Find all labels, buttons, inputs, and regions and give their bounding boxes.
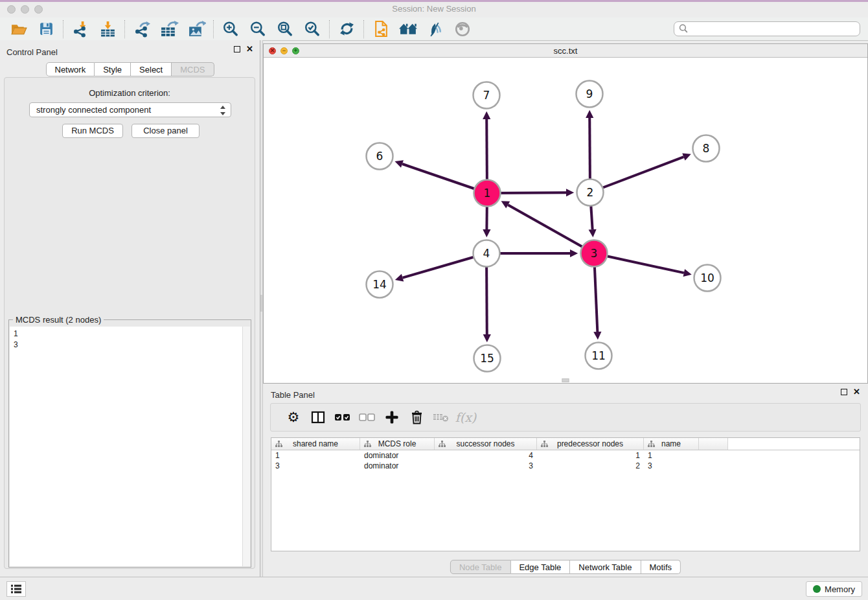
open-session-button[interactable]	[5, 19, 32, 40]
zoom-fit-button[interactable]	[271, 19, 299, 40]
edge-2-8[interactable]	[590, 157, 683, 192]
graph-node-3[interactable]: 3	[581, 240, 608, 267]
close-panel-button[interactable]: Close panel	[131, 124, 200, 138]
export-network-button[interactable]	[128, 19, 155, 40]
tab-select[interactable]: Select	[131, 62, 172, 76]
memory-button[interactable]: Memory	[806, 581, 862, 597]
mcds-result-group: MCDS result (2 nodes) 1 3	[8, 319, 251, 568]
new-network-from-file-button[interactable]	[367, 19, 394, 40]
zoom-out-button[interactable]	[244, 19, 271, 40]
zoom-in-icon	[222, 21, 239, 38]
graph-node-1[interactable]: 1	[474, 180, 501, 207]
table-row[interactable]: 3dominator323	[271, 461, 860, 471]
apply-style-icon	[427, 21, 444, 38]
column-header-predecessor-nodes[interactable]: predecessor nodes	[537, 438, 644, 450]
cell-shared-name[interactable]: 1	[271, 450, 360, 461]
control-panel: Control Panel ✕ NetworkStyleSelectMCDS O…	[0, 40, 260, 577]
open-folder-icon	[10, 21, 28, 37]
cell-shared-name[interactable]: 3	[271, 461, 360, 471]
graph-node-6[interactable]: 6	[367, 143, 393, 170]
close-table-panel-icon[interactable]: ✕	[853, 389, 860, 395]
graph-node-8[interactable]: 8	[693, 135, 720, 162]
graph-node-11[interactable]: 11	[586, 343, 612, 369]
edge-3-1[interactable]	[508, 205, 594, 253]
run-mcds-button[interactable]: Run MCDS	[62, 124, 123, 138]
float-panel-icon[interactable]	[234, 46, 240, 52]
column-header-successor-nodes[interactable]: successor nodes	[435, 438, 537, 450]
status-menu-button[interactable]	[6, 581, 26, 597]
mcds-result-text[interactable]: 1 3	[10, 327, 250, 566]
node-label: 2	[587, 186, 594, 199]
save-session-button[interactable]	[32, 19, 60, 40]
cell-MCDS-role[interactable]: dominator	[360, 461, 435, 471]
delete-table-button[interactable]	[429, 411, 453, 423]
tab-style[interactable]: Style	[95, 62, 131, 76]
search-field[interactable]	[674, 21, 860, 36]
trash-icon	[410, 410, 424, 424]
zoom-in-button[interactable]	[217, 19, 244, 40]
float-table-panel-icon[interactable]	[841, 389, 847, 395]
graph-node-10[interactable]: 10	[694, 265, 721, 292]
cell-MCDS-role[interactable]: dominator	[360, 450, 435, 461]
search-input[interactable]	[689, 23, 860, 35]
toolbar-separator	[329, 20, 330, 38]
graph-node-9[interactable]: 9	[577, 81, 603, 108]
tab-motifs[interactable]: Motifs	[641, 560, 681, 574]
tab-network-table[interactable]: Network Table	[570, 560, 641, 574]
add-column-button[interactable]	[380, 410, 404, 424]
tab-edge-table[interactable]: Edge Table	[510, 560, 570, 574]
application-window: Session: New Session	[0, 0, 868, 600]
select-all-rows-button[interactable]	[330, 413, 355, 422]
graph-node-4[interactable]: 4	[474, 240, 500, 267]
criterion-dropdown[interactable]: strongly connected component	[29, 102, 231, 117]
delete-column-button[interactable]	[404, 410, 429, 424]
graph-node-7[interactable]: 7	[474, 82, 500, 109]
apply-style-button[interactable]	[422, 19, 449, 40]
table-row[interactable]: 1dominator411	[271, 450, 860, 461]
cell-name[interactable]: 1	[644, 450, 699, 461]
show-hide-panel-button[interactable]	[449, 19, 476, 40]
graph-node-2[interactable]: 2	[577, 179, 604, 206]
column-layout-button[interactable]	[306, 410, 330, 424]
table-header-row: shared nameMCDS rolesuccessor nodesprede…	[271, 438, 860, 450]
node-label: 4	[483, 247, 490, 260]
cell-successor-nodes[interactable]: 4	[435, 450, 537, 461]
import-table-button[interactable]	[94, 19, 121, 40]
session-title: Session: New Session	[0, 4, 868, 14]
memory-label: Memory	[825, 584, 855, 594]
node-table: shared nameMCDS rolesuccessor nodesprede…	[271, 437, 860, 551]
network-canvas[interactable]: 7968124314101511	[264, 58, 867, 383]
cell-successor-nodes[interactable]: 3	[435, 461, 537, 471]
close-panel-icon[interactable]: ✕	[246, 46, 253, 52]
select-all-icon	[334, 413, 351, 422]
tab-node-table[interactable]: Node Table	[450, 560, 511, 574]
import-network-button[interactable]	[67, 19, 94, 40]
table-toolbar: ⚙	[270, 403, 861, 432]
column-header-MCDS-role[interactable]: MCDS role	[360, 438, 435, 450]
zoom-selected-button[interactable]	[299, 19, 326, 40]
node-label: 7	[483, 89, 490, 102]
first-neighbors-button[interactable]	[394, 19, 422, 40]
export-table-button[interactable]	[155, 19, 183, 40]
cell-predecessor-nodes[interactable]: 2	[537, 461, 644, 471]
column-header-name[interactable]: name	[644, 438, 699, 450]
attribute-tree-icon	[275, 441, 282, 448]
control-panel-title: Control Panel	[6, 47, 58, 57]
titlebar: Session: New Session	[0, 0, 868, 17]
export-image-button[interactable]	[183, 19, 210, 40]
function-builder-button[interactable]: f(x)	[453, 410, 478, 424]
column-header-shared-name[interactable]: shared name	[271, 438, 360, 450]
result-scrollbar[interactable]	[242, 327, 250, 566]
network-view-window: ✕ − + scc.txt 7968124314101511	[263, 43, 868, 384]
horizontal-splitter-handle[interactable]	[562, 378, 569, 382]
graph-node-15[interactable]: 15	[474, 345, 501, 372]
apply-layout-button[interactable]	[333, 19, 360, 40]
deselect-all-rows-button[interactable]	[355, 413, 380, 422]
memory-status-icon	[813, 585, 821, 593]
cell-name[interactable]: 3	[644, 461, 699, 471]
tab-network[interactable]: Network	[45, 62, 95, 76]
graph-node-14[interactable]: 14	[367, 271, 393, 298]
cell-predecessor-nodes[interactable]: 1	[537, 450, 644, 461]
table-settings-button[interactable]: ⚙	[281, 410, 306, 425]
tab-mcds[interactable]: MCDS	[172, 62, 214, 76]
